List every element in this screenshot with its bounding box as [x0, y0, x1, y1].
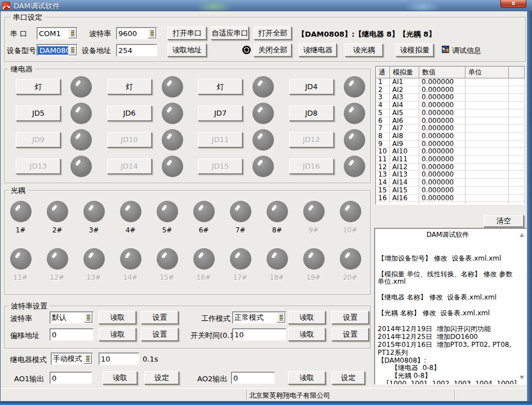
scroll-up-icon[interactable] — [520, 233, 524, 237]
ao2-input[interactable] — [231, 372, 275, 384]
analog-cell — [466, 125, 509, 133]
opto-label: 5# — [162, 226, 172, 234]
analog-col-header[interactable]: 模拟量 — [390, 67, 419, 78]
relay-indicator-lamp — [252, 129, 274, 151]
analog-table-row[interactable]: 13AI130.000000 — [376, 171, 525, 179]
analog-table-row[interactable]: 5AI50.000000 — [376, 109, 525, 117]
relay-button-JD6[interactable]: JD6 — [107, 105, 152, 121]
relay-button-灯[interactable]: 灯 — [198, 79, 243, 95]
relay-button-JD5[interactable]: JD5 — [16, 105, 61, 121]
opto-indicator-lamp — [157, 248, 178, 270]
clear-button[interactable]: 清空 — [484, 215, 524, 227]
status-indicator — [242, 46, 251, 54]
analog-table-row[interactable]: 4AI40.000000 — [376, 102, 525, 109]
analog-table-row[interactable]: 12AI120.000000 — [376, 164, 525, 171]
work-mode-read-button[interactable]: 读取 — [288, 311, 326, 324]
close-all-button[interactable]: 关闭全部 — [254, 43, 292, 57]
analog-table-row[interactable]: 14AI140.000000 — [376, 179, 525, 187]
offset-set-button[interactable]: 设置 — [141, 328, 179, 341]
ao1-read-button[interactable]: 读取 — [103, 371, 138, 385]
analog-cell: AI5 — [390, 109, 419, 117]
cfg-baud-select[interactable]: 默认 — [50, 311, 94, 324]
baud-read-button[interactable]: 读取 — [99, 311, 136, 324]
relay-button-JD8[interactable]: JD8 — [289, 105, 334, 121]
debug-info-icon[interactable] — [442, 46, 449, 53]
analog-table-row[interactable]: 3AI30.000000 — [376, 94, 525, 102]
relay-button-JD13[interactable]: JD13 — [16, 159, 61, 174]
analog-table-row[interactable]: 1AI10.000000 — [376, 78, 525, 86]
work-mode-select[interactable]: 正常模式 — [232, 311, 286, 324]
switch-set-button[interactable]: 设置 — [331, 328, 369, 341]
analog-table-row[interactable] — [376, 202, 525, 205]
offset-addr-input[interactable] — [50, 328, 94, 341]
relay-button-灯[interactable]: 灯 — [107, 79, 152, 95]
analog-cell: AI8 — [390, 133, 419, 140]
relay-button-JD12[interactable]: JD12 — [289, 132, 334, 148]
baud-value: 9600 — [117, 29, 148, 38]
open-all-button[interactable]: 打开全部 — [254, 27, 292, 40]
ao2-read-button[interactable]: 读取 — [288, 371, 326, 385]
analog-table-row[interactable]: 10AI100.000000 — [376, 148, 525, 156]
read-analog-button[interactable]: 读模拟量 — [396, 43, 434, 57]
offset-read-button[interactable]: 读取 — [99, 328, 136, 341]
scroll-down-icon[interactable] — [520, 376, 524, 380]
analog-table-row[interactable]: 8AI80.000000 — [376, 133, 525, 140]
relay-cell: 灯 — [188, 73, 279, 100]
analog-cell: AI3 — [390, 94, 419, 102]
com-port-value: COM1 — [37, 29, 68, 38]
read-opto-button[interactable]: 读光耦 — [345, 43, 383, 57]
analog-cell: 4 — [376, 102, 390, 109]
relay-button-JD16[interactable]: JD16 — [289, 159, 334, 174]
relay-button-JD11[interactable]: JD11 — [198, 132, 243, 148]
analog-col-header[interactable]: 单位 — [466, 67, 509, 78]
dropdown-arrow-icon[interactable] — [68, 45, 77, 55]
relay-button-灯[interactable]: 灯 — [16, 79, 61, 95]
analog-table-row[interactable]: 11AI110.000000 — [376, 156, 525, 164]
window-frame-right — [527, 0, 532, 405]
work-mode-set-button[interactable]: 设置 — [331, 311, 369, 324]
read-addr-button[interactable]: 读取地址 — [167, 43, 207, 57]
relay-button-JD7[interactable]: JD7 — [198, 105, 243, 121]
close-button[interactable]: x — [500, 0, 526, 8]
opto-row-2: 11#12#13#14#15#16#17#18#19#20# — [2, 248, 369, 281]
relay-mode-select[interactable]: 手动模式 — [51, 353, 93, 365]
baud-set-button[interactable]: 设置 — [141, 311, 179, 324]
dropdown-arrow-icon[interactable] — [83, 354, 92, 364]
analog-table-row[interactable]: 16AI160.000000 — [376, 195, 525, 202]
open-port-button[interactable]: 打开串口 — [167, 27, 207, 40]
relay-time-input[interactable] — [99, 353, 139, 365]
title-bar[interactable]: DAM调试软件 — [0, 0, 532, 11]
switch-read-button[interactable]: 读取 — [288, 328, 326, 341]
analog-col-header[interactable]: 数值 — [419, 67, 466, 78]
dropdown-arrow-icon[interactable] — [277, 312, 285, 323]
model-select[interactable]: DAM0808 — [37, 44, 78, 56]
dropdown-arrow-icon[interactable] — [68, 28, 77, 38]
relay-button-JD15[interactable]: JD15 — [198, 159, 243, 174]
analog-cell — [466, 102, 509, 109]
ao2-set-button[interactable]: 设定 — [331, 371, 365, 385]
debug-info-label[interactable]: 调试信息 — [452, 46, 481, 56]
auto-port-button[interactable]: 自适应串口 — [211, 27, 249, 40]
dropdown-arrow-icon[interactable] — [84, 312, 92, 323]
device-addr-input[interactable] — [116, 44, 157, 56]
relay-button-JD4[interactable]: JD4 — [289, 79, 334, 95]
analog-table-row[interactable]: 6AI60.000000 — [376, 117, 525, 125]
relay-cell: JD11 — [188, 126, 279, 153]
analog-table-row[interactable]: 15AI150.000000 — [376, 187, 525, 195]
analog-col-header[interactable] — [509, 67, 525, 78]
switch-time-input[interactable] — [232, 328, 286, 341]
dropdown-arrow-icon[interactable] — [148, 28, 156, 38]
relay-button-JD9[interactable]: JD9 — [16, 132, 61, 148]
analog-table-row[interactable]: 9AI90.000000 — [376, 140, 525, 148]
analog-table-row[interactable]: 2AI20.000000 — [376, 86, 525, 94]
ao1-set-button[interactable]: 设定 — [144, 371, 179, 385]
ao1-input[interactable] — [50, 372, 92, 384]
analog-table-row[interactable]: 7AI70.000000 — [376, 125, 525, 133]
relay-button-JD10[interactable]: JD10 — [107, 132, 152, 148]
read-relay-button[interactable]: 读继电器 — [299, 43, 337, 57]
analog-col-header[interactable]: 通 — [376, 67, 390, 78]
opto-indicator-lamp — [340, 201, 361, 222]
baud-select[interactable]: 9600 — [116, 27, 157, 39]
com-port-select[interactable]: COM1 — [37, 27, 78, 39]
relay-button-JD14[interactable]: JD14 — [107, 159, 152, 174]
